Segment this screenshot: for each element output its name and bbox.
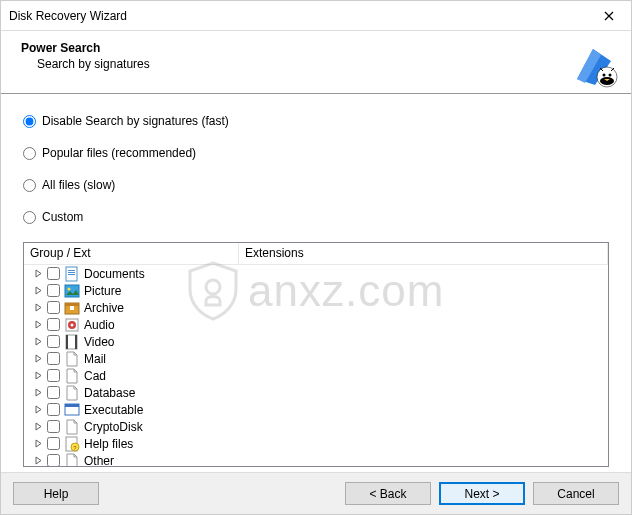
svg-rect-7 — [68, 274, 75, 275]
titlebar: Disk Recovery Wizard — [1, 1, 631, 31]
radio-popular-label: Popular files (recommended) — [42, 146, 196, 160]
file-type-icon — [64, 300, 80, 316]
file-type-icon — [64, 351, 80, 367]
tree-header: Group / Ext Extensions — [24, 243, 608, 265]
file-type-icon — [64, 419, 80, 435]
tree-checkbox[interactable] — [47, 454, 60, 466]
expand-icon[interactable] — [34, 269, 43, 278]
radio-popular[interactable] — [23, 147, 36, 160]
tree-row[interactable]: ?Help files — [24, 435, 608, 452]
tree-col-group[interactable]: Group / Ext — [24, 243, 239, 264]
tree-checkbox[interactable] — [47, 301, 60, 314]
svg-rect-20 — [65, 404, 79, 407]
file-type-tree: Group / Ext Extensions DocumentsPictureA… — [23, 242, 609, 467]
option-popular[interactable]: Popular files (recommended) — [23, 146, 609, 160]
tree-checkbox[interactable] — [47, 267, 60, 280]
tree-item-label: Audio — [84, 318, 115, 332]
back-button[interactable]: < Back — [345, 482, 431, 505]
next-button[interactable]: Next > — [439, 482, 525, 505]
cancel-button[interactable]: Cancel — [533, 482, 619, 505]
tree-item-label: Cad — [84, 369, 106, 383]
wizard-header: Power Search Search by signatures — [1, 31, 631, 94]
file-type-icon — [64, 266, 80, 282]
svg-rect-6 — [68, 272, 75, 273]
tree-row[interactable]: Other — [24, 452, 608, 466]
header-subtitle: Search by signatures — [37, 57, 571, 71]
expand-icon[interactable] — [34, 422, 43, 431]
tree-body[interactable]: DocumentsPictureArchiveAudioVideoMailCad… — [24, 265, 608, 466]
tree-item-label: Database — [84, 386, 135, 400]
help-button[interactable]: Help — [13, 482, 99, 505]
tree-item-label: Executable — [84, 403, 143, 417]
radio-custom[interactable] — [23, 211, 36, 224]
file-type-icon — [64, 385, 80, 401]
radio-disable-label: Disable Search by signatures (fast) — [42, 114, 229, 128]
tree-col-ext[interactable]: Extensions — [239, 243, 608, 264]
footer: Help < Back Next > Cancel — [1, 472, 631, 514]
tree-row[interactable]: Mail — [24, 350, 608, 367]
expand-icon[interactable] — [34, 320, 43, 329]
tree-item-label: Documents — [84, 267, 145, 281]
file-type-icon — [64, 368, 80, 384]
svg-rect-8 — [65, 285, 79, 297]
file-type-icon — [64, 453, 80, 467]
expand-icon[interactable] — [34, 354, 43, 363]
tree-row[interactable]: Picture — [24, 282, 608, 299]
svg-point-2 — [603, 74, 606, 77]
svg-rect-5 — [68, 270, 75, 271]
file-type-icon — [64, 317, 80, 333]
radio-custom-label: Custom — [42, 210, 83, 224]
tree-checkbox[interactable] — [47, 352, 60, 365]
tree-checkbox[interactable] — [47, 369, 60, 382]
header-title: Power Search — [21, 41, 571, 55]
svg-rect-12 — [70, 306, 74, 310]
tree-item-label: Other — [84, 454, 114, 467]
svg-point-3 — [609, 74, 612, 77]
tree-row[interactable]: CryptoDisk — [24, 418, 608, 435]
tree-row[interactable]: Video — [24, 333, 608, 350]
file-type-icon — [64, 334, 80, 350]
tree-checkbox[interactable] — [47, 318, 60, 331]
radio-disable[interactable] — [23, 115, 36, 128]
tree-row[interactable]: Archive — [24, 299, 608, 316]
tree-checkbox[interactable] — [47, 335, 60, 348]
option-disable[interactable]: Disable Search by signatures (fast) — [23, 114, 609, 128]
expand-icon[interactable] — [34, 337, 43, 346]
tree-row[interactable]: Cad — [24, 367, 608, 384]
svg-point-15 — [71, 323, 74, 326]
tree-checkbox[interactable] — [47, 403, 60, 416]
window-title: Disk Recovery Wizard — [9, 9, 586, 23]
svg-rect-18 — [75, 335, 77, 349]
expand-icon[interactable] — [34, 286, 43, 295]
expand-icon[interactable] — [34, 371, 43, 380]
tree-checkbox[interactable] — [47, 386, 60, 399]
tree-item-label: Picture — [84, 284, 121, 298]
tree-checkbox[interactable] — [47, 437, 60, 450]
header-icon — [571, 41, 619, 89]
tree-item-label: Archive — [84, 301, 124, 315]
tree-checkbox[interactable] — [47, 420, 60, 433]
svg-point-9 — [68, 287, 71, 290]
file-type-icon — [64, 283, 80, 299]
svg-rect-17 — [66, 335, 68, 349]
tree-row[interactable]: Audio — [24, 316, 608, 333]
tree-item-label: Video — [84, 335, 114, 349]
tree-item-label: CryptoDisk — [84, 420, 143, 434]
expand-icon[interactable] — [34, 405, 43, 414]
file-type-icon: ? — [64, 436, 80, 452]
radio-all[interactable] — [23, 179, 36, 192]
option-custom[interactable]: Custom — [23, 210, 609, 224]
option-all[interactable]: All files (slow) — [23, 178, 609, 192]
expand-icon[interactable] — [34, 439, 43, 448]
expand-icon[interactable] — [34, 303, 43, 312]
tree-row[interactable]: Executable — [24, 401, 608, 418]
tree-checkbox[interactable] — [47, 284, 60, 297]
expand-icon[interactable] — [34, 456, 43, 465]
expand-icon[interactable] — [34, 388, 43, 397]
close-button[interactable] — [586, 1, 631, 30]
radio-all-label: All files (slow) — [42, 178, 115, 192]
tree-item-label: Help files — [84, 437, 133, 451]
tree-item-label: Mail — [84, 352, 106, 366]
tree-row[interactable]: Documents — [24, 265, 608, 282]
tree-row[interactable]: Database — [24, 384, 608, 401]
